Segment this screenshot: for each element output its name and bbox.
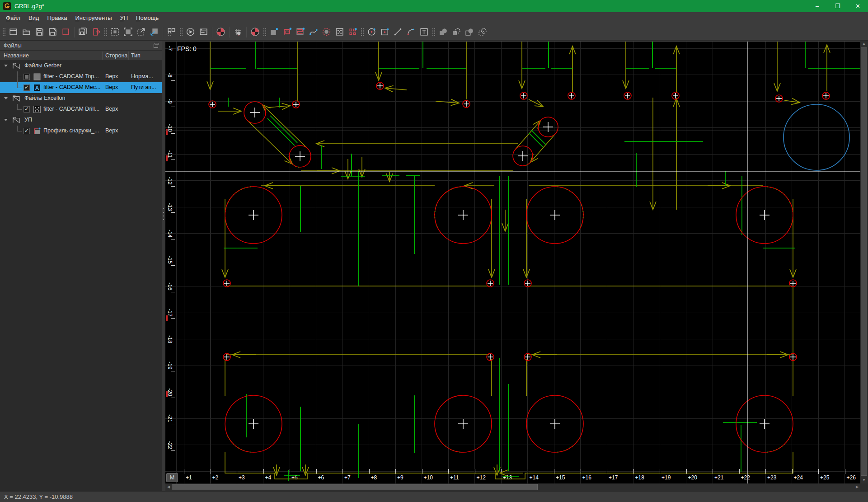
visibility-checkbox[interactable] xyxy=(23,84,30,91)
scroll-down-icon[interactable]: ▼ xyxy=(860,477,868,483)
column-type[interactable]: Тип xyxy=(131,51,141,61)
run-simulation-icon[interactable] xyxy=(184,26,197,38)
tree-file-row[interactable]: Профиль снаружи_...Верх xyxy=(0,126,162,136)
arc-primitive-icon[interactable] xyxy=(405,26,417,38)
tree-folder-row[interactable]: Файлы Excellon xyxy=(0,93,162,104)
toolbar-drag-handle[interactable] xyxy=(432,27,435,37)
tree-file-row[interactable]: Afilter - CADCAM Mec...ВерхПути ап... xyxy=(0,82,162,93)
menu-помощь[interactable]: Помощь xyxy=(132,13,163,23)
app-icon xyxy=(3,2,11,10)
menu-файл[interactable]: Файл xyxy=(2,13,24,23)
scroll-right-icon[interactable]: ▶ xyxy=(854,483,860,491)
save-icon[interactable] xyxy=(33,26,46,38)
dots-aperture-icon[interactable] xyxy=(333,26,346,38)
new-project-icon[interactable] xyxy=(7,26,19,38)
open-project-icon[interactable] xyxy=(20,26,33,38)
expander-icon[interactable] xyxy=(4,119,8,121)
visibility-checkbox[interactable] xyxy=(23,106,30,113)
zoom-fit-icon[interactable] xyxy=(109,26,121,38)
horizontal-scrollbar[interactable]: ◀ ▶ xyxy=(165,483,860,491)
scroll-left-icon[interactable]: ◀ xyxy=(165,483,172,491)
properties-form-icon[interactable] xyxy=(197,26,210,38)
ruler-y-tick xyxy=(171,160,175,160)
set-zero-icon[interactable] xyxy=(215,26,227,38)
goto-zero-icon[interactable] xyxy=(249,26,261,38)
tree-file-row[interactable]: filter - CADCAM Top...ВерхНорма... xyxy=(0,71,162,82)
ruler-x-tick xyxy=(343,469,343,474)
rect-primitive-icon[interactable] xyxy=(379,26,391,38)
tree-file-row[interactable]: filter - CADCAM Drill...Верх xyxy=(0,104,162,115)
folder-label: Файлы Excellon xyxy=(24,95,65,101)
ruler-y-label: -13 xyxy=(165,202,175,211)
ruler-x-tick xyxy=(184,469,184,474)
column-separator[interactable] xyxy=(128,52,129,60)
file-label: Профиль снаружи_... xyxy=(43,127,103,134)
column-name[interactable]: Название xyxy=(4,51,29,61)
curve-path-icon[interactable] xyxy=(307,26,319,38)
ruler-x-tick xyxy=(237,469,237,474)
expander-icon[interactable] xyxy=(4,97,8,99)
toolbar xyxy=(0,23,868,41)
column-side[interactable]: Сторона xyxy=(105,51,127,61)
ruler-x-label: +5 xyxy=(291,474,298,481)
union-op-icon[interactable] xyxy=(437,26,449,38)
toolbar-drag-handle[interactable] xyxy=(179,27,183,37)
subtract-op-icon[interactable] xyxy=(450,26,462,38)
circle-primitive-icon[interactable] xyxy=(366,26,378,38)
preview-windows-icon[interactable] xyxy=(165,26,178,38)
close-project-icon[interactable] xyxy=(60,26,72,38)
units-mode-button[interactable]: M xyxy=(166,473,178,482)
zoom-extents-icon[interactable] xyxy=(135,26,147,38)
ruler-y-label: -19 xyxy=(165,361,175,370)
vertical-scrollbar[interactable]: ▲ ▼ xyxy=(860,41,868,483)
toolbar-drag-handle[interactable] xyxy=(2,27,5,37)
ruler-x-tick xyxy=(581,469,581,474)
tree-folder-row[interactable]: Файлы Gerber xyxy=(0,61,162,71)
menu-инструменты[interactable]: Инструменты xyxy=(71,13,116,23)
minimize-button[interactable]: – xyxy=(807,0,827,12)
ruler-y-tick xyxy=(171,424,175,424)
zoom-selected-icon[interactable] xyxy=(148,26,160,38)
scroll-up-icon[interactable]: ▲ xyxy=(860,41,868,47)
zoom-window-icon[interactable] xyxy=(122,26,134,38)
save-all-icon[interactable] xyxy=(77,26,89,38)
toolbar-drag-handle[interactable] xyxy=(361,27,364,37)
line-primitive-icon[interactable] xyxy=(392,26,404,38)
vertical-scrollbar-thumb[interactable] xyxy=(861,47,867,476)
toolbar-drag-handle[interactable] xyxy=(104,27,107,37)
canvas-viewport[interactable]: FPS: 0 M -7-8-9-10-11-12-13-14-15-16-17-… xyxy=(165,41,860,483)
zigzag-path-icon[interactable] xyxy=(294,26,306,38)
intersect-op-icon[interactable] xyxy=(463,26,475,38)
exit-icon[interactable] xyxy=(90,26,102,38)
ruler-y-tick xyxy=(171,371,175,371)
exclude-op-icon[interactable] xyxy=(476,26,488,38)
tree-folder-row[interactable]: УП xyxy=(0,115,162,126)
text-primitive-icon[interactable] xyxy=(418,26,430,38)
ruler-x-tick xyxy=(686,469,687,474)
panel-float-icon[interactable] xyxy=(153,42,160,49)
menu-вид[interactable]: Вид xyxy=(24,13,43,23)
spiral-path-icon[interactable] xyxy=(281,26,293,38)
svg-text:A: A xyxy=(35,85,39,91)
expander-icon[interactable] xyxy=(4,65,8,67)
close-button[interactable]: ✕ xyxy=(848,0,868,12)
visibility-checkbox[interactable] xyxy=(23,128,30,134)
column-separator[interactable] xyxy=(102,52,103,60)
ruler-selection-tick xyxy=(166,155,168,161)
maximize-button[interactable]: ❐ xyxy=(827,0,848,12)
ruler-x-label: +3 xyxy=(239,474,245,481)
ruler-x-label: +17 xyxy=(609,474,618,481)
toolbar-drag-handle[interactable] xyxy=(263,27,266,37)
save-as-icon[interactable] xyxy=(47,26,59,38)
file-side: Верх xyxy=(105,127,118,134)
visibility-checkbox[interactable] xyxy=(23,74,30,80)
ruler-x-tick xyxy=(369,469,370,474)
sidebar-splitter[interactable] xyxy=(162,41,165,491)
horizontal-scrollbar-thumb[interactable] xyxy=(172,484,538,490)
pattern-aperture-icon[interactable] xyxy=(347,26,359,38)
menu-уп[interactable]: УП xyxy=(116,13,132,23)
drill-grid-icon[interactable] xyxy=(232,26,244,38)
circle-aperture-icon[interactable] xyxy=(320,26,333,38)
menu-правка[interactable]: Правка xyxy=(43,13,71,23)
create-region-icon[interactable] xyxy=(268,26,280,38)
